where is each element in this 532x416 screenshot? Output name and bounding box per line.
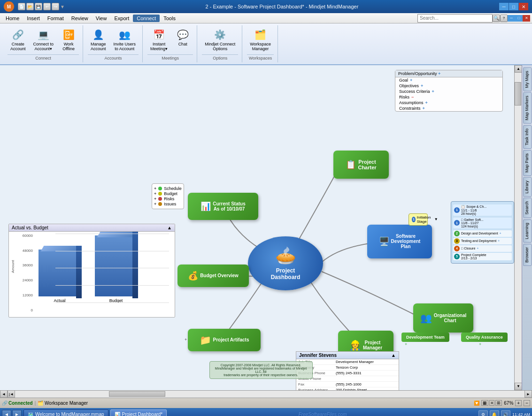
horizontal-scrollbar[interactable]: ◄ |◄ ►	[0, 390, 532, 398]
save-button[interactable]: 💾	[35, 3, 42, 10]
zoom-in-button[interactable]: +	[515, 400, 522, 406]
sidebar-tab-mapmarkers[interactable]: Map Markers	[523, 92, 532, 124]
search-input[interactable]	[417, 14, 493, 23]
node-software-dev[interactable]: 🖥️ SoftwareDevelopmentPlan	[367, 225, 432, 258]
view-icon-2[interactable]: ≡	[489, 400, 494, 406]
assumptions-plus[interactable]: +	[425, 100, 428, 105]
taskbar-icon-2[interactable]: 🔔	[490, 410, 499, 416]
constraints-plus[interactable]: +	[423, 106, 425, 111]
chart-expand-icon[interactable]: ▲	[167, 225, 172, 230]
new-button[interactable]: 📄	[18, 3, 25, 10]
node-org-chart[interactable]: 👥 OrganizationalChart	[413, 303, 473, 333]
connect-options-button[interactable]: ⚙️ Mindjet ConnectOptions	[202, 25, 238, 53]
scroll-down-button[interactable]: ▼	[515, 383, 522, 390]
taskbar-item-dashboard[interactable]: 📊 Project Dashboard*	[110, 409, 167, 416]
menu-review[interactable]: Review	[68, 15, 92, 22]
canvas[interactable]: Problem/Opportunity + Goal + Objectives …	[0, 65, 522, 390]
node-project-artifacts[interactable]: 📁 Project Artifacts	[188, 329, 261, 351]
scroll-thumb-h[interactable]	[109, 391, 165, 397]
work-offline-button[interactable]: 📴 WorkOffline	[58, 25, 79, 53]
menu-insert[interactable]: Insert	[23, 15, 44, 22]
menu-home[interactable]: Home	[2, 15, 23, 22]
minimize-button[interactable]: ─	[499, 3, 509, 10]
scroll-up-button[interactable]: ▲	[515, 65, 522, 73]
sidebar-tab-search[interactable]: Search	[523, 198, 532, 218]
taskbar-icon-1[interactable]: ⚙	[478, 410, 488, 416]
watermark-line2: MindManager and Mindjet are registered t…	[214, 367, 308, 373]
risks-expand[interactable]: +	[154, 197, 156, 201]
qa-button[interactable]: Quality Assurance	[461, 333, 508, 342]
success-plus[interactable]: +	[432, 89, 434, 94]
design-plus[interactable]: +	[500, 232, 501, 235]
scroll-track-h[interactable]	[15, 391, 524, 397]
sidebar-tab-library[interactable]: Library	[523, 177, 532, 197]
scroll-track-v[interactable]	[515, 73, 522, 383]
menu-connect[interactable]: Connect	[133, 15, 160, 22]
artifacts-expand[interactable]: +	[185, 337, 187, 342]
node-project-charter[interactable]: 📋 ProjectCharter	[333, 151, 389, 179]
chart-content: Amount 60000 48000 36000 24000 12000 0	[9, 232, 175, 314]
closure-plus[interactable]: +	[477, 247, 478, 250]
menu-export[interactable]: Export	[110, 15, 133, 22]
taskbar-item-welcome[interactable]: 🗺️ Welcome to MindManager.mmap	[23, 409, 108, 416]
risks-minus[interactable]: −	[411, 95, 414, 99]
task-complete-date: 2/13 - 2/13	[461, 257, 486, 260]
schedule-expand[interactable]: +	[154, 186, 156, 191]
budget-expand[interactable]: +	[154, 191, 156, 196]
search-button[interactable]: 🔍	[493, 15, 500, 22]
panel-plus[interactable]: +	[438, 71, 440, 76]
scroll-far-left-button[interactable]: |◄	[8, 390, 15, 398]
view-icon-1[interactable]: ▦	[481, 400, 488, 406]
testing-plus[interactable]: +	[498, 239, 500, 242]
node-budget-overview[interactable]: 💰 Budget Overview	[177, 265, 249, 287]
filter-button[interactable]: 🔽	[474, 401, 479, 406]
undo-button[interactable]: ↩	[43, 3, 51, 10]
chat-button[interactable]: 💬 Chat	[172, 25, 193, 53]
scroll-right-button[interactable]: ►	[524, 390, 532, 398]
ribbon-group-accounts-label: Accounts	[88, 54, 139, 61]
view-icon-3[interactable]: ⊞	[495, 400, 502, 406]
invite-users-button[interactable]: 👥 Invite Usersto Account	[111, 25, 139, 53]
open-button[interactable]: 📂	[26, 3, 34, 10]
chart-budget-label: Budget	[95, 298, 137, 303]
dev-team-plus[interactable]: +	[405, 342, 407, 347]
node-current-status[interactable]: 📊 Current StatusAs of 10/10/07	[188, 193, 258, 220]
issues-expand[interactable]: +	[154, 202, 156, 206]
zoom-out-button[interactable]: −	[524, 400, 530, 406]
instant-meeting-button[interactable]: 📅 InstantMeeting▾	[147, 25, 170, 53]
nav-back-button[interactable]: ◄	[2, 410, 11, 416]
sidebar-tab-mapparts[interactable]: Map Parts	[523, 150, 532, 176]
vertical-scrollbar[interactable]: ▲ ▼	[514, 65, 522, 390]
connect-account-button[interactable]: 💻 Connect toAccount▾	[31, 25, 57, 53]
redo-button[interactable]: ↪	[52, 3, 59, 10]
goal-plus[interactable]: +	[410, 78, 412, 83]
node-project-dashboard[interactable]: 🥧 ProjectDashboard	[248, 236, 323, 290]
scroll-left-button[interactable]: ◄	[0, 390, 8, 398]
objectives-plus[interactable]: +	[421, 83, 423, 88]
budget-label: Budget	[164, 191, 177, 196]
menu-view[interactable]: View	[92, 15, 111, 22]
manage-account-button[interactable]: 👤 ManageAccount	[88, 25, 109, 53]
ribbon-minimize[interactable]: ─	[508, 15, 515, 22]
qa-plus[interactable]: +	[479, 342, 481, 347]
ribbon-restore[interactable]: □	[515, 15, 523, 22]
close-button[interactable]: ✕	[519, 3, 528, 10]
maximize-button[interactable]: □	[509, 3, 518, 10]
sidebar-tab-browser[interactable]: Browser	[523, 244, 532, 266]
sidebar-tab-learning[interactable]: Learning	[523, 219, 532, 242]
help-button[interactable]: ?	[500, 15, 508, 22]
sidebar-tab-taskinfo[interactable]: Task Info	[523, 125, 532, 149]
menu-tools[interactable]: Tools	[160, 15, 179, 22]
scroll-thumb-v[interactable]	[515, 82, 521, 106]
nav-forward-button[interactable]: ►	[12, 410, 22, 416]
workspace-manager-button[interactable]: 🗂️ WorkspaceManager	[247, 25, 274, 53]
menu-format[interactable]: Format	[44, 15, 68, 22]
ribbon-close[interactable]: ✕	[523, 15, 530, 22]
task-scope-hours: 28 hour(s)	[461, 212, 486, 215]
dev-team-button[interactable]: Development Team	[401, 333, 449, 342]
create-account-button[interactable]: 🔗 CreateAccount	[8, 25, 29, 53]
taskbar-icon-3[interactable]: 🔊	[501, 410, 510, 416]
contact-expand[interactable]: ▲	[391, 353, 396, 358]
sidebar-tab-mymaps[interactable]: My Maps	[523, 68, 532, 91]
manage-account-label: ManageAccount	[91, 42, 106, 52]
